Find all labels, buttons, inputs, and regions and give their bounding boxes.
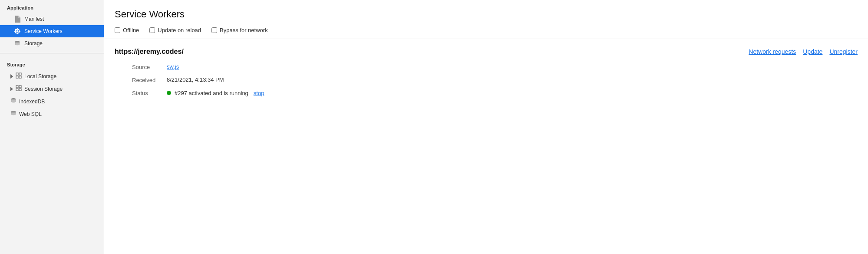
- update-on-reload-checkbox-label[interactable]: Update on reload: [149, 27, 201, 33]
- document-icon: [14, 16, 21, 23]
- svg-rect-3: [17, 28, 18, 30]
- update-on-reload-label: Update on reload: [158, 27, 201, 33]
- update-on-reload-checkbox[interactable]: [149, 27, 155, 33]
- sidebar: Application Manifest: [0, 0, 104, 254]
- expand-triangle-icon: [10, 74, 13, 79]
- svg-rect-18: [16, 89, 18, 91]
- svg-rect-14: [16, 76, 18, 78]
- application-section-title: Application: [0, 0, 104, 13]
- bypass-for-network-label: Bypass for network: [220, 27, 268, 33]
- svg-rect-15: [19, 76, 21, 78]
- svg-rect-17: [19, 86, 21, 88]
- expand-triangle-icon-2: [10, 87, 13, 91]
- status-value: #297 activated and is running stop: [167, 89, 858, 96]
- main-header: Service Workers Offline Update on reload…: [104, 0, 868, 39]
- database-icon: [14, 40, 21, 47]
- gear-icon: [14, 28, 21, 35]
- svg-rect-4: [17, 33, 18, 35]
- offline-checkbox-label[interactable]: Offline: [115, 27, 139, 33]
- sidebar-item-manifest[interactable]: Manifest: [0, 13, 104, 25]
- web-sql-label: Web SQL: [19, 111, 42, 117]
- storage-section-title: Storage: [0, 57, 104, 70]
- grid-icon: [16, 73, 22, 80]
- status-label: Status: [132, 89, 167, 96]
- entry-url: https://jeremy.codes/: [115, 48, 749, 56]
- svg-rect-5: [14, 31, 16, 32]
- entry-actions: Network requests Update Unregister: [749, 48, 858, 55]
- source-label: Source: [132, 63, 167, 70]
- database-icon-3: [10, 110, 17, 118]
- unregister-link[interactable]: Unregister: [829, 48, 858, 55]
- status-text: #297 activated and is running: [175, 90, 248, 96]
- sidebar-item-local-storage[interactable]: Local Storage: [0, 70, 104, 82]
- sidebar-item-service-workers[interactable]: Service Workers: [0, 25, 104, 37]
- storage-app-label: Storage: [24, 40, 43, 46]
- sidebar-item-web-sql[interactable]: Web SQL: [0, 108, 104, 120]
- svg-rect-16: [16, 86, 18, 88]
- offline-label: Offline: [123, 27, 139, 33]
- sidebar-item-indexeddb[interactable]: IndexedDB: [0, 95, 104, 108]
- sidebar-item-storage[interactable]: Storage: [0, 37, 104, 49]
- status-dot-icon: [167, 91, 171, 95]
- source-file-link[interactable]: sw.js: [167, 63, 179, 70]
- options-row: Offline Update on reload Bypass for netw…: [115, 27, 858, 33]
- service-workers-label: Service Workers: [24, 28, 63, 34]
- indexeddb-label: IndexedDB: [19, 99, 45, 105]
- service-worker-entry: https://jeremy.codes/ Network requests U…: [104, 39, 868, 105]
- entry-details: Source sw.js Received 8/21/2021, 4:13:34…: [115, 63, 858, 96]
- sidebar-item-session-storage[interactable]: Session Storage: [0, 82, 104, 95]
- page-title: Service Workers: [115, 9, 858, 20]
- local-storage-label: Local Storage: [24, 73, 56, 79]
- received-value: 8/21/2021, 4:13:34 PM: [167, 76, 858, 83]
- bypass-for-network-checkbox[interactable]: [211, 27, 217, 33]
- bypass-for-network-checkbox-label[interactable]: Bypass for network: [211, 27, 268, 33]
- svg-rect-19: [19, 89, 21, 91]
- network-requests-link[interactable]: Network requests: [749, 48, 796, 55]
- source-value: sw.js: [167, 63, 858, 70]
- database-icon-2: [10, 98, 17, 105]
- stop-link[interactable]: stop: [254, 90, 264, 96]
- received-label: Received: [132, 76, 167, 83]
- svg-rect-6: [20, 31, 21, 32]
- svg-rect-13: [19, 73, 21, 75]
- main-content: Service Workers Offline Update on reload…: [104, 0, 868, 254]
- sidebar-divider: [0, 53, 104, 53]
- grid-icon-2: [16, 85, 22, 92]
- entry-header: https://jeremy.codes/ Network requests U…: [115, 48, 858, 56]
- update-link[interactable]: Update: [803, 48, 822, 55]
- svg-point-2: [17, 30, 18, 32]
- offline-checkbox[interactable]: [115, 27, 120, 33]
- svg-rect-12: [16, 73, 18, 75]
- session-storage-label: Session Storage: [24, 86, 63, 92]
- manifest-label: Manifest: [24, 16, 44, 22]
